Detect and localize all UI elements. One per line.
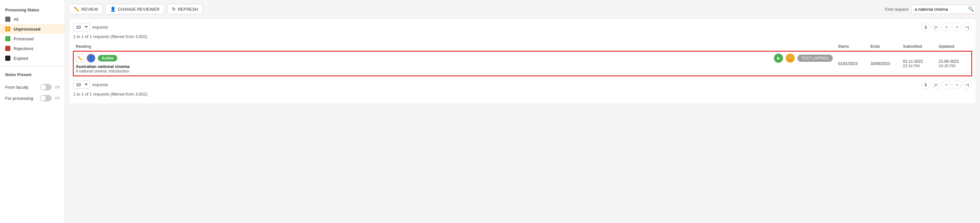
for-processing-label: For processing <box>5 96 33 101</box>
last-page-btn-bottom[interactable]: >| <box>963 80 972 89</box>
search-label: Find request <box>885 7 908 12</box>
rejections-dot <box>5 46 10 51</box>
page-number-top[interactable]: 1 <box>921 22 930 32</box>
table-row[interactable]: ✏️ 👤 Active ★ 🔒 TEST-LAPR401 Australian … <box>73 51 972 76</box>
from-faculty-row: From faculty Off <box>0 81 65 92</box>
sidebar-item-label: Rejections <box>14 46 33 51</box>
from-faculty-label: From faculty <box>5 85 29 90</box>
sidebar-item-unprocessed[interactable]: Unprocessed <box>0 24 65 34</box>
per-page-label-bottom: requests <box>92 82 108 87</box>
sidebar-item-all[interactable]: All <box>0 14 65 24</box>
prev-page-btn-bottom[interactable]: < <box>942 80 951 89</box>
submitted-cell: 01-11-2022 03:34 PM <box>900 51 936 76</box>
reading-subtitle: A national cinema: Introduction <box>76 69 833 73</box>
first-page-btn-bottom[interactable]: |< <box>932 80 941 89</box>
search-area: Find request 🔍 <box>885 5 976 14</box>
first-page-btn-top[interactable]: |< <box>932 22 941 32</box>
refresh-button[interactable]: ↻ REFRESH <box>167 4 203 14</box>
reading-cell-content: ✏️ 👤 Active ★ 🔒 TEST-LAPR401 Australian … <box>76 54 833 73</box>
avatar-icon: 👤 <box>87 54 95 62</box>
submitted-time: 03:34 PM <box>903 64 920 68</box>
col-reading: Reading <box>73 42 835 51</box>
sidebar: Processing Status All Unprocessed Proces… <box>0 0 65 223</box>
last-page-btn-top[interactable]: >| <box>963 22 972 32</box>
sidebar-item-expired[interactable]: Expired <box>0 53 65 63</box>
change-reviewer-label: CHANGE REVIEWER <box>118 7 160 12</box>
per-page-label-top: requests <box>92 25 108 30</box>
col-ends: Ends <box>868 42 900 51</box>
edit-button[interactable]: ✏️ <box>76 54 84 62</box>
review-button[interactable]: ✏️ REVIEW <box>69 4 103 14</box>
table-header: Reading Starts Ends Submitted Updated <box>73 42 972 51</box>
active-badge: Active <box>98 55 117 61</box>
col-submitted: Submitted <box>900 42 936 51</box>
data-table: Reading Starts Ends Submitted Updated ✏️… <box>73 42 972 76</box>
updated-time: 04:26 PM <box>939 64 955 68</box>
toolbar: ✏️ REVIEW 👤 CHANGE REVIEWER ↻ REFRESH Fi… <box>69 4 976 14</box>
for-processing-toggle[interactable] <box>40 95 52 102</box>
updated-date: 21-06-2023 <box>939 59 959 64</box>
reading-cell: ✏️ 👤 Active ★ 🔒 TEST-LAPR401 Australian … <box>73 51 835 76</box>
sidebar-item-label: Unprocessed <box>14 27 40 32</box>
unprocessed-dot <box>5 26 10 32</box>
table-controls-top: 10 25 50 100 requests 1 |< < > >| <box>73 22 972 32</box>
pagination-bottom: 1 |< < > >| <box>921 80 972 89</box>
processing-status-title: Processing Status <box>0 5 65 14</box>
per-page-select-top[interactable]: 10 25 50 100 <box>73 23 90 31</box>
main-content: ✏️ REVIEW 👤 CHANGE REVIEWER ↻ REFRESH Fi… <box>65 0 980 223</box>
pagination-top: 1 |< < > >| <box>921 22 972 32</box>
review-label: REVIEW <box>81 7 98 12</box>
from-faculty-off-label: Off <box>55 85 59 89</box>
refresh-label: REFRESH <box>178 7 198 12</box>
table-controls-bottom: 10 25 50 100 requests 1 |< < > >| <box>73 80 972 89</box>
results-text-bottom: 1 to 1 of 1 requests (filtered from 3,60… <box>73 92 972 97</box>
table-body: ✏️ 👤 Active ★ 🔒 TEST-LAPR401 Australian … <box>73 51 972 76</box>
sidebar-item-processed[interactable]: Processed <box>0 34 65 43</box>
refresh-icon: ↻ <box>172 6 176 12</box>
row-top: ✏️ 👤 Active ★ 🔒 TEST-LAPR401 <box>76 54 833 63</box>
processed-dot <box>5 36 10 41</box>
col-starts: Starts <box>835 42 868 51</box>
search-input[interactable] <box>911 5 976 14</box>
reading-title: Australian national cinema <box>76 64 833 69</box>
per-page-select-bottom[interactable]: 10 25 50 100 <box>73 81 90 89</box>
for-processing-row: For processing Off <box>0 92 65 104</box>
for-processing-off-label: Off <box>55 96 59 100</box>
change-reviewer-icon: 👤 <box>110 6 116 12</box>
expired-dot <box>5 56 10 61</box>
change-reviewer-button[interactable]: 👤 CHANGE REVIEWER <box>105 4 164 14</box>
sidebar-item-rejections[interactable]: Rejections <box>0 43 65 53</box>
ends-cell: 30/06/2023 <box>868 51 900 76</box>
sidebar-item-label: Expired <box>14 56 28 61</box>
next-page-btn-bottom[interactable]: > <box>952 80 961 89</box>
submitted-date: 01-11-2022 <box>903 59 923 64</box>
divider <box>0 66 65 67</box>
star-badge: ★ <box>774 54 783 63</box>
notes-section: From faculty Off For processing Off <box>0 79 65 106</box>
page-number-bottom[interactable]: 1 <box>921 80 930 89</box>
prev-page-btn-top[interactable]: < <box>942 22 951 32</box>
search-input-wrap: 🔍 <box>911 5 976 14</box>
updated-cell: 21-06-2023 04:26 PM <box>936 51 972 76</box>
col-updated: Updated <box>936 42 972 51</box>
lock-badge: 🔒 <box>786 54 795 63</box>
sidebar-item-label: Processed <box>14 37 33 41</box>
starts-cell: 01/01/2023 <box>835 51 868 76</box>
search-icon-button[interactable]: 🔍 <box>968 6 974 12</box>
notes-present-title: Notes Present <box>0 70 65 79</box>
results-text-top: 1 to 1 of 1 requests (filtered from 3,60… <box>73 34 972 39</box>
table-section: 10 25 50 100 requests 1 |< < > >| 1 to 1… <box>69 18 976 104</box>
test-label-badge: TEST-LAPR401 <box>797 55 833 62</box>
review-icon: ✏️ <box>74 6 79 12</box>
sidebar-item-label: All <box>14 17 18 22</box>
all-dot <box>5 17 10 22</box>
next-page-btn-top[interactable]: > <box>952 22 961 32</box>
from-faculty-toggle[interactable] <box>40 84 52 90</box>
